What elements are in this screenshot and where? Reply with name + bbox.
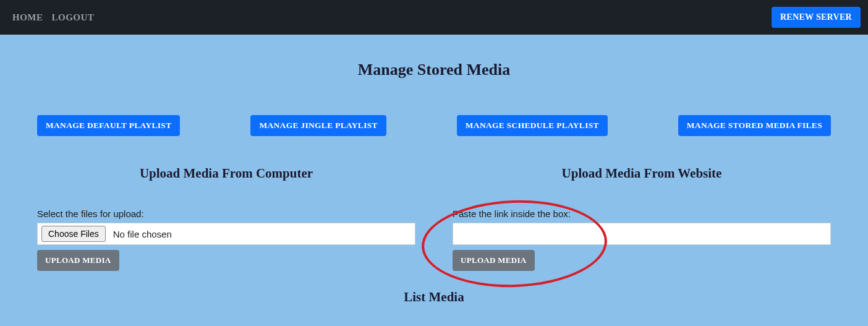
list-media-heading: List Media — [0, 290, 868, 305]
playlist-tabs: MANAGE DEFAULT PLAYLIST MANAGE JINGLE PL… — [0, 115, 868, 136]
upload-media-from-computer-button[interactable]: UPLOAD MEDIA — [37, 250, 119, 271]
file-chosen-status: No file chosen — [109, 229, 172, 239]
link-paste-label: Paste the link inside the box: — [453, 208, 831, 219]
nav-left: HOME LOGOUT — [7, 12, 94, 23]
upload-from-computer-section: Upload Media From Computer Select the fi… — [37, 166, 415, 271]
file-input[interactable]: Choose Files No file chosen — [37, 223, 415, 245]
page-title: Manage Stored Media — [0, 61, 868, 79]
renew-server-button[interactable]: RENEW SERVER — [772, 7, 861, 28]
tab-manage-jingle-playlist[interactable]: MANAGE JINGLE PLAYLIST — [250, 115, 386, 136]
choose-files-button[interactable]: Choose Files — [41, 226, 106, 242]
tab-manage-schedule-playlist[interactable]: MANAGE SCHEDULE PLAYLIST — [457, 115, 608, 136]
upload-computer-heading: Upload Media From Computer — [37, 166, 415, 181]
top-navbar: HOME LOGOUT RENEW SERVER — [0, 0, 868, 35]
nav-logout-link[interactable]: LOGOUT — [52, 12, 95, 23]
file-select-label: Select the files for upload: — [37, 208, 415, 219]
upload-media-from-website-button[interactable]: UPLOAD MEDIA — [453, 250, 535, 271]
nav-home-link[interactable]: HOME — [12, 12, 43, 23]
upload-sections: Upload Media From Computer Select the fi… — [0, 166, 868, 271]
tab-manage-stored-media-files[interactable]: MANAGE STORED MEDIA FILES — [678, 115, 831, 136]
website-link-input[interactable] — [453, 223, 831, 245]
upload-website-heading: Upload Media From Website — [453, 166, 831, 181]
tab-manage-default-playlist[interactable]: MANAGE DEFAULT PLAYLIST — [37, 115, 180, 136]
upload-from-website-section: Upload Media From Website Paste the link… — [453, 166, 831, 271]
